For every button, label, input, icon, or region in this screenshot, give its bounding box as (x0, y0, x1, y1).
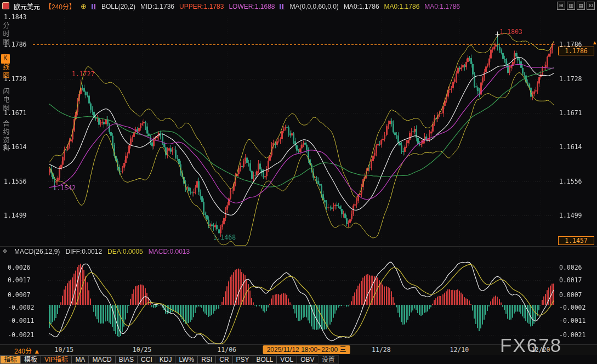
symbol-name: 欧元美元 (14, 2, 40, 11)
macd-tick-right: -0.0021 (559, 331, 585, 339)
sidebar-item-1[interactable]: 分时图 (1, 22, 10, 47)
macd-tick-left: -0.0002 (8, 304, 34, 311)
date-label: 11/06 (217, 346, 236, 354)
indicator-tab-MACD[interactable]: MACD (88, 355, 115, 364)
chart-window-icon[interactable]: ▥ (567, 2, 575, 10)
price-tick-right: 1.1614 (559, 143, 582, 151)
macd-macd-value: MACD:0.0013 (149, 248, 190, 255)
macd-tick-right: -0.0011 (559, 317, 585, 325)
ma3-value: MA0:1.1786 (424, 3, 460, 10)
window-control-icons: ⊞▥▤⊡ (557, 2, 595, 10)
period-low-box: 1.1457 (558, 236, 594, 245)
boll-upper-value: UPPER:1.1783 (179, 3, 224, 10)
time-axis: 240分 ▲ 2025/11/12 18:00~22:00 三 10/1510/… (0, 344, 597, 355)
macd-diff-value: DIFF:0.0012 (65, 248, 102, 255)
sidebar-item-2[interactable]: K线图 (1, 54, 10, 80)
date-label: 10/15 (54, 346, 73, 354)
date-label: 10/25 (133, 346, 152, 354)
macd-tick-left: 0.0026 (8, 264, 31, 271)
ma2-value: MA0:1.1786 (384, 3, 420, 10)
macd-tick-left: 0.0017 (8, 276, 31, 284)
price-tick-right: 1.1728 (559, 75, 582, 83)
indicator-tab-BOLL[interactable]: BOLL (253, 355, 277, 364)
indicator-tab-PSY[interactable]: PSY (232, 355, 253, 364)
macd-tick-right: 0.0017 (559, 276, 582, 284)
date-label: 11/28 (372, 346, 391, 354)
price-annotation: 1.1803 (499, 28, 522, 36)
indicator-tab-VOL[interactable]: VOL (276, 355, 297, 364)
ma-params-label: MA(0,0,0,60,0,0) (289, 3, 338, 10)
rows-window-icon[interactable]: ▤ (577, 2, 585, 10)
app-logo-icon[interactable] (2, 2, 9, 9)
date-label: 12/20 (531, 346, 550, 354)
macd-tick-right: 0.0026 (559, 264, 582, 271)
indicator-tab-CR[interactable]: CR (215, 355, 232, 364)
price-up-arrow-icon: ▲ (592, 39, 597, 46)
macd-dea-value: DEA:0.0005 (107, 248, 143, 255)
indicator-tab-OBV[interactable]: OBV (297, 355, 318, 364)
boll-lower-value: LOWER:1.1688 (229, 3, 275, 10)
date-label: 12/10 (450, 346, 469, 354)
selected-time-readout: 2025/11/12 18:00~22:00 三 (263, 345, 350, 354)
macd-tick-left: -0.0021 (8, 331, 34, 339)
price-tick-right: 1.1499 (559, 212, 582, 219)
indicator-tab-模板[interactable]: 模板 (20, 355, 41, 364)
period-selector[interactable]: 240分 ▲ (14, 346, 40, 355)
indicator-tab-CCI[interactable]: CCI (137, 355, 156, 364)
add-indicator-icon[interactable]: ⊕ (81, 2, 87, 10)
ma-indicator-icon (280, 4, 285, 9)
indicator-header: 欧元美元 【240分】 ⊕ BOLL(20,2) MID:1.1736 UPPE… (14, 2, 460, 11)
indicator-tab-RSI[interactable]: RSI (197, 355, 216, 364)
ma1-value: MA0:1.1786 (344, 3, 379, 10)
trading-app-window: 欧元美元 【240分】 ⊕ BOLL(20,2) MID:1.1736 UPPE… (0, 0, 597, 364)
indicator-toolbar: 指标模板VIP指标MAMACDBIASCCIKDJLW%RSICRPSYBOLL… (1, 355, 339, 364)
indicator-tab-VIP指标[interactable]: VIP指标 (41, 355, 72, 364)
indicator-tab-LW%[interactable]: LW% (175, 355, 198, 364)
drawing-tools-icon[interactable]: ❖ (2, 248, 8, 255)
macd-tick-right: 0.0007 (559, 291, 582, 299)
tile-windows-icon[interactable]: ⊞ (557, 2, 565, 10)
indicator-tab-MA[interactable]: MA (71, 355, 89, 364)
price-tick-right: 1.1671 (559, 109, 582, 117)
macd-title: MACD(26,12,9) (14, 248, 60, 255)
price-annotation: 1.1468 (213, 234, 236, 241)
macd-tick-left: 0.0007 (8, 291, 31, 299)
kline-chart-canvas[interactable] (0, 0, 597, 355)
macd-tick-right: -0.0002 (559, 304, 585, 311)
indicator-tab-设置[interactable]: 设置 (318, 355, 339, 364)
price-annotation: 1.1542 (53, 184, 76, 192)
chart-type-sidebar: 分时图K线图闪电图合约资料 (0, 22, 12, 153)
indicator-tab-BIAS[interactable]: BIAS (115, 355, 138, 364)
period-label: 【240分】 (45, 2, 76, 11)
current-price-box: 1.1786 (558, 47, 594, 55)
boll-mid-value: MID:1.1736 (140, 3, 174, 10)
price-tick-left: 1.1843 (4, 13, 27, 21)
box-window-icon[interactable]: ⊡ (587, 2, 595, 10)
boll-indicator-icon (92, 4, 96, 9)
macd-header: MACD(26,12,9) DIFF:0.0012 DEA:0.0005 MAC… (14, 248, 190, 255)
price-annotation: 1.1727 (72, 70, 95, 78)
macd-tick-left: -0.0011 (8, 317, 34, 325)
price-tick-right: 1.1556 (559, 178, 582, 185)
pane-divider (0, 246, 597, 247)
boll-label: BOLL(20,2) (101, 3, 135, 10)
price-tick-left: 1.1499 (4, 212, 27, 219)
sidebar-item-4[interactable]: 合约资料 (1, 120, 10, 153)
indicator-tab-KDJ[interactable]: KDJ (156, 355, 176, 364)
price-tick-left: 1.1556 (4, 178, 27, 185)
active-chart-badge: K (1, 54, 10, 64)
sidebar-item-3[interactable]: 闪电图 (1, 88, 10, 112)
indicator-tab-指标[interactable]: 指标 (0, 355, 21, 364)
